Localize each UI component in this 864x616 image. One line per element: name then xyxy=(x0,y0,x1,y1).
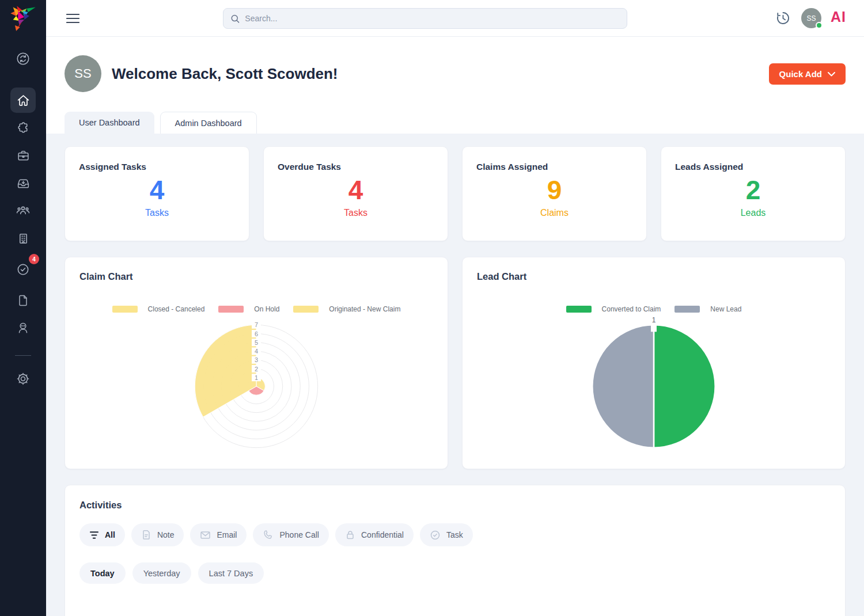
chevron-down-icon xyxy=(828,72,835,77)
users-icon xyxy=(16,203,31,218)
legend-item-on-hold[interactable]: On Hold xyxy=(218,305,279,313)
hummingbird-logo-icon xyxy=(8,3,38,33)
claim-chart-legend: Closed - Canceled On Hold Originated - N… xyxy=(65,305,448,313)
svg-text:4: 4 xyxy=(255,348,258,355)
stat-card-overdue-tasks: Overdue Tasks 4 Tasks xyxy=(263,146,448,241)
date-chip-today[interactable]: Today xyxy=(79,562,126,584)
crm-dashboard: 4 xyxy=(0,0,864,616)
stat-title: Leads Assigned xyxy=(675,162,831,172)
lead-chart-card: Lead Chart Converted to Claim New Lead 1 xyxy=(462,257,846,469)
claim-polar-area-chart: 1234567 xyxy=(65,314,448,458)
dashboard-tabs: User Dashboard Admin Dashboard xyxy=(65,112,257,134)
search-bar xyxy=(223,8,627,29)
date-chip-yesterday[interactable]: Yesterday xyxy=(132,562,191,584)
legend-swatch xyxy=(218,306,244,313)
sync-icon xyxy=(16,51,31,66)
search-icon xyxy=(230,14,240,24)
svg-text:3: 3 xyxy=(255,356,258,363)
legend-item-new-lead[interactable]: New Lead xyxy=(674,305,741,313)
activities-title: Activities xyxy=(79,500,831,511)
search-input[interactable] xyxy=(245,14,620,23)
sidebar-item-companies[interactable] xyxy=(10,226,36,251)
building-icon xyxy=(16,231,31,246)
svg-text:2: 2 xyxy=(255,366,258,372)
stat-title: Claims Assigned xyxy=(476,162,632,172)
legend-label: On Hold xyxy=(254,305,279,313)
sidebar-item-documents[interactable] xyxy=(10,288,36,313)
filter-chip-confidential[interactable]: Confidential xyxy=(335,523,414,546)
check-circle-icon xyxy=(16,261,31,276)
sidebar-item-assistant[interactable] xyxy=(10,315,36,341)
stat-value: 9 xyxy=(476,176,632,205)
topbar: SS AI xyxy=(46,0,864,37)
stat-unit: Claims xyxy=(476,208,632,218)
filter-chip-label: All xyxy=(105,530,115,539)
legend-label: New Lead xyxy=(710,305,741,313)
legend-label: Converted to Claim xyxy=(602,305,661,313)
legend-swatch xyxy=(566,306,592,313)
sidebar-item-contacts[interactable] xyxy=(10,198,36,223)
legend-item-closed-canceled[interactable]: Closed - Canceled xyxy=(112,305,205,313)
gear-icon xyxy=(16,371,31,386)
sidebar-item-sync[interactable] xyxy=(10,46,36,71)
filter-chip-phone-call[interactable]: Phone Call xyxy=(253,523,329,546)
lead-pie-chart: 1 xyxy=(463,314,845,458)
sidebar: 4 xyxy=(0,0,46,616)
stat-title: Assigned Tasks xyxy=(79,162,235,172)
legend-label: Closed - Canceled xyxy=(148,305,205,313)
tab-admin-dashboard[interactable]: Admin Dashboard xyxy=(160,112,257,134)
hamburger-icon xyxy=(66,13,79,24)
hummingbird-logo[interactable] xyxy=(8,3,38,33)
quick-add-label: Quick Add xyxy=(779,69,822,79)
sidebar-divider xyxy=(15,355,31,356)
online-status-dot xyxy=(816,22,823,29)
date-chip-last-7-days[interactable]: Last 7 Days xyxy=(198,562,264,584)
activity-date-filters: Today Yesterday Last 7 Days xyxy=(79,562,831,584)
task-check-icon xyxy=(430,530,441,541)
document-icon xyxy=(16,294,30,307)
stat-card-claims-assigned: Claims Assigned 9 Claims xyxy=(462,146,647,241)
stat-value: 4 xyxy=(79,176,235,205)
svg-text:1: 1 xyxy=(255,374,258,381)
claim-chart-title: Claim Chart xyxy=(65,271,448,282)
lock-icon xyxy=(345,530,355,540)
filter-chip-email[interactable]: Email xyxy=(190,523,247,546)
sidebar-item-settings[interactable] xyxy=(10,366,36,391)
legend-swatch xyxy=(112,306,138,313)
tab-user-dashboard[interactable]: User Dashboard xyxy=(65,112,154,134)
legend-swatch xyxy=(674,306,700,313)
phone-icon xyxy=(263,530,274,541)
sidebar-item-integrations[interactable] xyxy=(10,115,36,140)
dashboard-content: Assigned Tasks 4 Tasks Overdue Tasks 4 T… xyxy=(46,134,864,616)
welcome-header: SS Welcome Back, Scott Scowden! xyxy=(65,55,338,92)
legend-item-originated-new-claim[interactable]: Originated - New Claim xyxy=(293,305,400,313)
brand-logo-text: AI xyxy=(831,9,846,25)
history-clock-icon xyxy=(775,10,791,26)
page-title: Welcome Back, Scott Scowden! xyxy=(112,65,338,83)
filter-chip-label: Note xyxy=(157,530,175,539)
quick-add-button[interactable]: Quick Add xyxy=(769,63,846,85)
svg-text:6: 6 xyxy=(255,330,258,337)
stat-card-leads-assigned: Leads Assigned 2 Leads xyxy=(661,146,846,241)
assistant-bot-icon xyxy=(16,321,31,336)
filter-chip-task[interactable]: Task xyxy=(420,523,473,546)
sidebar-item-work[interactable] xyxy=(10,143,36,168)
puzzle-icon xyxy=(16,121,31,135)
lead-chart-legend: Converted to Claim New Lead xyxy=(463,305,845,313)
claim-chart-card: Claim Chart Closed - Canceled On Hold xyxy=(65,257,448,469)
activity-type-filters: All Note Email xyxy=(79,523,831,546)
filter-chip-all[interactable]: All xyxy=(79,523,125,546)
sidebar-item-home[interactable] xyxy=(10,88,36,113)
welcome-avatar: SS xyxy=(65,55,101,92)
sidebar-item-inbox[interactable] xyxy=(10,170,36,196)
sidebar-item-tasks[interactable]: 4 xyxy=(10,256,36,282)
home-icon xyxy=(16,93,31,108)
hamburger-menu-button[interactable] xyxy=(66,12,80,25)
filter-chip-note[interactable]: Note xyxy=(131,523,184,546)
svg-text:1: 1 xyxy=(652,316,656,324)
user-avatar[interactable]: SS xyxy=(801,8,821,28)
chart-row: Claim Chart Closed - Canceled On Hold xyxy=(65,257,846,469)
legend-item-converted-to-claim[interactable]: Converted to Claim xyxy=(566,305,661,313)
history-button[interactable] xyxy=(775,10,791,26)
stat-card-assigned-tasks: Assigned Tasks 4 Tasks xyxy=(65,146,249,241)
